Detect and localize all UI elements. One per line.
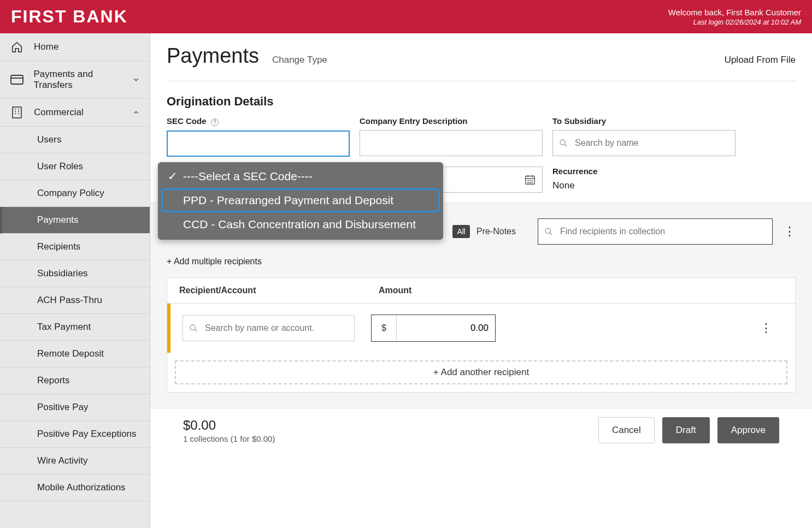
sidebar-nav: Home Payments and Transfers Commercial U…: [0, 33, 150, 528]
add-multiple-recipients-link[interactable]: + Add multiple recipients: [167, 257, 262, 266]
svg-point-15: [528, 180, 528, 181]
amount-input[interactable]: [397, 315, 495, 341]
nav-positive-pay[interactable]: Positive Pay: [0, 394, 150, 421]
company-entry-input[interactable]: [360, 130, 543, 156]
recipient-search-input[interactable]: [183, 315, 355, 341]
to-subsidiary-label: To Subsidiary: [552, 116, 735, 126]
svg-point-23: [190, 325, 195, 330]
nav-user-roles[interactable]: User Roles: [0, 153, 150, 180]
th-recipient-account: Recipient/Account: [179, 286, 379, 295]
svg-point-9: [560, 140, 565, 145]
upload-from-file-link[interactable]: Upload From File: [725, 55, 796, 66]
approve-button[interactable]: Approve: [717, 417, 779, 443]
company-entry-label: Company Entry Description: [360, 116, 543, 126]
recipient-table: Recipient/Account Amount $: [167, 277, 796, 393]
header-user-info: Welcome back, First Bank Customer Last l…: [668, 8, 801, 26]
filter-all[interactable]: All: [452, 225, 470, 238]
recurrence-label: Recurrence: [552, 167, 735, 176]
sec-option-ppd[interactable]: PPD - Prearranged Payment and Deposit: [161, 188, 440, 212]
page-footer: $0.00 1 collections (1 for $0.00) Cancel…: [167, 408, 796, 452]
svg-line-22: [550, 233, 552, 235]
nav-label: Payments and Transfers: [33, 69, 132, 91]
last-login-text: Last login 02/26/2024 at 10:02 AM: [668, 18, 801, 26]
welcome-text: Welcome back, First Bank Customer: [668, 8, 801, 17]
nav-label: Commercial: [34, 107, 84, 118]
sec-code-label: SEC Code ?: [167, 116, 350, 126]
app-header: FIRST BANK Welcome back, First Bank Cust…: [0, 0, 812, 33]
footer-summary: 1 collections (1 for $0.00): [183, 434, 591, 443]
find-recipients-input[interactable]: [538, 218, 773, 245]
nav-company-policy[interactable]: Company Policy: [0, 180, 150, 207]
help-icon[interactable]: ?: [211, 118, 219, 126]
page-title-row: Payments Change Type Upload From File: [167, 44, 796, 81]
search-icon: [559, 139, 568, 147]
change-type-link[interactable]: Change Type: [272, 55, 327, 66]
home-icon: [10, 41, 24, 53]
building-icon: [10, 106, 24, 118]
add-another-recipient-link[interactable]: + Add another recipient: [175, 360, 787, 384]
recurrence-value[interactable]: None: [552, 180, 735, 191]
bank-logo: FIRST BANK: [11, 7, 128, 27]
sec-option-ccd[interactable]: CCD - Cash Concentration and Disbursemen…: [161, 212, 440, 236]
nav-mobile-authorizations[interactable]: Mobile Authorizations: [0, 474, 150, 501]
to-subsidiary-input[interactable]: [552, 130, 735, 156]
chevron-down-icon: [132, 76, 140, 84]
card-icon: [10, 75, 23, 85]
nav-positive-pay-exceptions[interactable]: Positive Pay Exceptions: [0, 421, 150, 448]
nav-users[interactable]: Users: [0, 127, 150, 153]
nav-home[interactable]: Home: [0, 33, 150, 61]
svg-rect-0: [11, 75, 23, 84]
recipients-menu-icon[interactable]: ⋮: [784, 224, 796, 239]
search-icon: [544, 227, 553, 236]
amount-field: $: [371, 315, 496, 342]
nav-payments-transfers[interactable]: Payments and Transfers: [0, 61, 150, 99]
page-title: Payments: [167, 44, 259, 68]
nav-recipients[interactable]: Recipients: [0, 234, 150, 260]
th-amount: Amount: [379, 286, 521, 295]
nav-subsidiaries[interactable]: Subsidiaries: [0, 260, 150, 287]
svg-point-17: [532, 180, 532, 181]
main-content: Payments Change Type Upload From File Or…: [150, 33, 812, 528]
svg-line-24: [195, 329, 197, 331]
nav-reports[interactable]: Reports: [0, 367, 150, 394]
row-menu-icon[interactable]: ⋮: [760, 321, 772, 335]
nav-remote-deposit[interactable]: Remote Deposit: [0, 341, 150, 367]
recipient-row: $ ⋮: [167, 304, 795, 353]
svg-point-20: [532, 182, 532, 183]
sec-code-dropdown: ----Select a SEC Code---- PPD - Prearran…: [158, 162, 443, 240]
svg-rect-2: [13, 107, 21, 118]
currency-symbol: $: [372, 315, 397, 341]
nav-commercial[interactable]: Commercial: [0, 99, 150, 127]
nav-tax-payment[interactable]: Tax Payment: [0, 314, 150, 341]
nav-payments[interactable]: Payments: [0, 207, 150, 234]
nav-wire-activity[interactable]: Wire Activity: [0, 448, 150, 474]
calendar-icon[interactable]: [524, 174, 536, 186]
filter-prenotes[interactable]: Pre-Notes: [476, 227, 516, 236]
chevron-up-icon: [132, 109, 140, 116]
svg-point-19: [530, 182, 531, 183]
svg-point-18: [528, 182, 528, 183]
sec-code-select[interactable]: [167, 130, 350, 157]
nav-ach-pass-thru[interactable]: ACH Pass-Thru: [0, 287, 150, 314]
svg-point-16: [530, 180, 531, 181]
search-icon: [189, 324, 198, 333]
sec-option-placeholder[interactable]: ----Select a SEC Code----: [161, 164, 440, 188]
origination-details-title: Origination Details: [167, 94, 796, 109]
cancel-button[interactable]: Cancel: [598, 417, 655, 443]
svg-point-21: [545, 228, 550, 233]
svg-line-10: [564, 144, 567, 146]
draft-button[interactable]: Draft: [662, 417, 710, 443]
nav-label: Home: [34, 41, 58, 52]
footer-total: $0.00: [183, 418, 591, 433]
